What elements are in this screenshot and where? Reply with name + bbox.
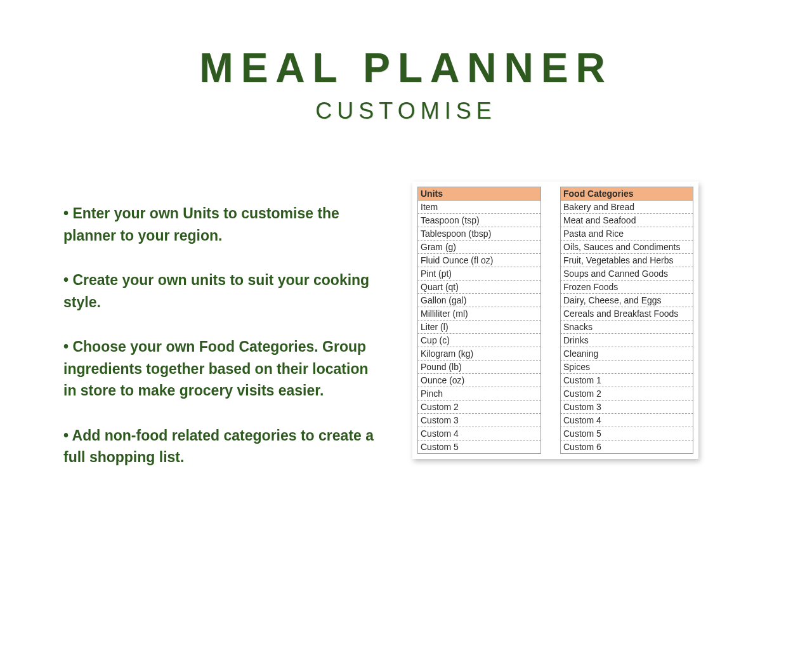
table-row: Custom 1	[560, 374, 693, 387]
table-row: Custom 4	[417, 427, 541, 441]
table-row: Custom 4	[560, 414, 693, 427]
table-row: Fluid Ounce (fl oz)	[417, 254, 541, 267]
table-row: Pasta and Rice	[560, 227, 693, 241]
food-categories-header: Food Categories	[560, 187, 693, 201]
table-row: Quart (qt)	[417, 281, 541, 294]
table-row: Custom 3	[417, 414, 541, 427]
table-row: Spices	[560, 361, 693, 374]
table-row: Custom 5	[560, 427, 693, 441]
table-row: Custom 3	[560, 401, 693, 414]
table-row: Pound (lb)	[417, 361, 541, 374]
table-row: Fruit, Vegetables and Herbs	[560, 254, 693, 267]
table-row: Oils, Sauces and Condiments	[560, 241, 693, 254]
content-row: Enter your own Units to customise the pl…	[63, 182, 749, 491]
table-row: Custom 2	[560, 387, 693, 401]
table-row: Ounce (oz)	[417, 374, 541, 387]
table-row: Custom 5	[417, 441, 541, 454]
bullet-list: Enter your own Units to customise the pl…	[63, 182, 374, 491]
table-row: Custom 2	[417, 401, 541, 414]
table-row: Snacks	[560, 321, 693, 334]
table-row: Liter (l)	[417, 321, 541, 334]
table-row: Cup (c)	[417, 334, 541, 347]
tables-panel: Units Item Teaspoon (tsp) Tablespoon (tb…	[412, 182, 698, 459]
table-row: Bakery and Bread	[560, 201, 693, 214]
page-title: MEAL PLANNER	[63, 44, 749, 91]
table-row: Gallon (gal)	[417, 294, 541, 307]
table-row: Frozen Foods	[560, 281, 693, 294]
units-table: Units Item Teaspoon (tsp) Tablespoon (tb…	[417, 187, 541, 454]
table-row: Soups and Canned Goods	[560, 267, 693, 281]
table-row: Tablespoon (tbsp)	[417, 227, 541, 241]
table-row: Pint (pt)	[417, 267, 541, 281]
bullet-item: Enter your own Units to customise the pl…	[63, 202, 374, 246]
bullet-item: Add non-food related categories to creat…	[63, 425, 374, 468]
table-row: Meat and Seafood	[560, 214, 693, 227]
table-row: Milliliter (ml)	[417, 307, 541, 321]
bullet-item: Choose your own Food Categories. Group i…	[63, 336, 374, 402]
page: MEAL PLANNER CUSTOMISE Enter your own Un…	[0, 0, 812, 650]
food-categories-table: Food Categories Bakery and Bread Meat an…	[560, 187, 693, 454]
table-row: Pinch	[417, 387, 541, 401]
table-row: Gram (g)	[417, 241, 541, 254]
page-subtitle: CUSTOMISE	[63, 98, 749, 124]
units-header: Units	[417, 187, 541, 201]
bullet-item: Create your own units to suit your cooki…	[63, 269, 374, 313]
table-row: Teaspoon (tsp)	[417, 214, 541, 227]
table-row: Item	[417, 201, 541, 214]
table-row: Cleaning	[560, 347, 693, 361]
table-row: Drinks	[560, 334, 693, 347]
table-row: Custom 6	[560, 441, 693, 454]
table-row: Kilogram (kg)	[417, 347, 541, 361]
table-row: Dairy, Cheese, and Eggs	[560, 294, 693, 307]
table-row: Cereals and Breakfast Foods	[560, 307, 693, 321]
